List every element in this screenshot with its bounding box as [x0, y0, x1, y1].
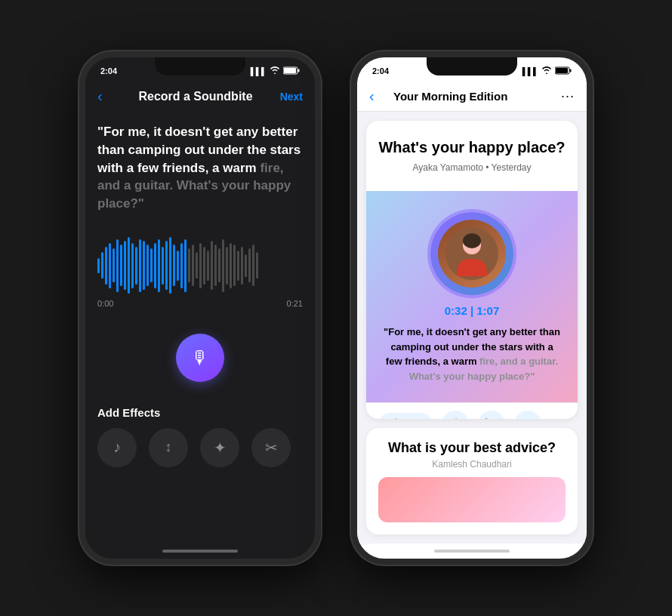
thumbs-up-filled-icon: 👍 — [387, 417, 402, 420]
wave-bar — [154, 243, 156, 288]
battery-icon-1 — [283, 66, 300, 76]
card-2-strip — [378, 477, 566, 522]
waveform-container: 0:00 0:21 — [97, 236, 303, 308]
wave-bar — [203, 247, 205, 285]
nav-title-2: Your Morning Edition — [393, 90, 561, 103]
wave-bar — [173, 245, 175, 286]
home-indicator-2 — [357, 544, 587, 559]
wave-bar — [146, 245, 149, 286]
back-button-1[interactable]: ‹ — [97, 88, 119, 105]
wave-bar — [237, 251, 239, 281]
wave-bar — [248, 248, 251, 282]
nav-bar-2: ‹ Your Morning Edition ··· — [357, 82, 587, 112]
card-1-time: Yesterday — [492, 162, 532, 173]
wave-bar — [256, 252, 258, 279]
svg-rect-5 — [556, 68, 568, 73]
wave-bar — [97, 258, 100, 273]
card-2-meta: Kamlesh Chaudhari — [378, 459, 566, 470]
wave-bar — [245, 254, 247, 277]
card-1-separator: • — [486, 162, 491, 173]
wave-bar — [230, 243, 232, 288]
record-btn-container: 🎙 — [97, 334, 303, 382]
wave-bar — [207, 251, 209, 281]
wave-bar — [139, 239, 141, 292]
wave-bar — [218, 248, 220, 282]
status-icons-2: ▌▌▌ — [522, 66, 572, 76]
wave-bar — [162, 247, 164, 285]
card-1: What's your happy place? Ayaka Yamamoto … — [366, 121, 578, 419]
like-button[interactable]: 👍 225 — [378, 413, 433, 420]
svg-rect-4 — [570, 69, 572, 72]
signal-icon-1: ▌▌▌ — [251, 67, 267, 75]
magic-icon: ✦ — [214, 439, 227, 457]
effect-voice-button[interactable]: ↕ — [149, 428, 188, 467]
avatar — [438, 220, 506, 288]
wave-bar — [169, 237, 171, 294]
wave-bar — [131, 243, 134, 288]
wave-bar — [211, 241, 213, 290]
share-button[interactable]: ↗ — [514, 411, 541, 419]
bookmark-button[interactable]: 🔖 — [478, 411, 505, 419]
status-bar-2: 2:04 ▌▌▌ — [357, 57, 587, 82]
bookmark-icon: 🔖 — [484, 417, 499, 420]
phone-2: 2:04 ▌▌▌ ‹ Your Morning Edition — [351, 51, 593, 565]
wave-bar — [143, 241, 145, 290]
nav-bar-1: ‹ Record a Soundbite Next — [85, 82, 315, 111]
svg-rect-2 — [284, 68, 296, 73]
record-button[interactable]: 🎙 — [176, 334, 224, 382]
card-2-question: What is your best advice? — [378, 440, 566, 456]
time-2: 2:04 — [372, 66, 389, 75]
next-button-1[interactable]: Next — [273, 91, 303, 103]
effect-music-button[interactable]: ♪ — [97, 428, 137, 467]
wave-bar — [241, 247, 243, 285]
back-button-2[interactable]: ‹ — [369, 88, 390, 105]
wave-bar — [226, 247, 228, 285]
wave-bar — [158, 239, 160, 292]
card-inner-top: What's your happy place? Ayaka Yamamoto … — [366, 121, 578, 191]
thumbs-up-button[interactable]: 👍 — [442, 411, 469, 419]
effect-cut-button[interactable]: ✂ — [251, 428, 291, 467]
share-icon: ↗ — [522, 417, 532, 420]
status-bar-1: 2:04 ▌▌▌ — [85, 57, 315, 82]
phone-1: 2:04 ▌▌▌ ‹ Record a Soundbite Ne — [79, 51, 321, 565]
wave-bar — [135, 247, 137, 285]
wave-bar — [180, 243, 183, 288]
wave-bar — [165, 241, 168, 290]
card-1-meta: Ayaka Yamamoto • Yesterday — [378, 162, 566, 173]
cut-icon: ✂ — [265, 439, 278, 457]
signal-icon-2: ▌▌▌ — [522, 67, 538, 75]
wave-bar — [188, 248, 190, 282]
time-start: 0:00 — [97, 299, 113, 308]
wave-bar — [222, 239, 224, 292]
more-options-button[interactable]: ··· — [561, 88, 575, 104]
wave-bar — [233, 245, 236, 286]
svg-rect-1 — [298, 69, 300, 72]
effects-row: ♪ ↕ ✦ ✂ — [97, 428, 303, 467]
card-1-author: Ayaka Yamamoto — [413, 162, 483, 173]
waveform-times: 0:00 0:21 — [97, 299, 303, 308]
wave-bar — [196, 252, 198, 279]
prompt-text: "For me, it doesn't get any better than … — [97, 123, 303, 213]
voice-icon: ↕ — [165, 439, 172, 455]
wave-bar — [192, 245, 194, 286]
wave-bar — [128, 237, 130, 294]
home-bar-1 — [162, 550, 238, 553]
wave-bar — [113, 248, 115, 282]
avatar-container — [430, 212, 513, 295]
battery-icon-2 — [555, 66, 572, 76]
effects-section: Add Effects ♪ ↕ ✦ ✂ — [97, 406, 303, 467]
card-actions: 👍 225 👍 🔖 ↗ — [366, 402, 578, 419]
effect-magic-button[interactable]: ✦ — [200, 428, 239, 467]
wave-bar — [116, 239, 119, 292]
nav-title-1: Record a Soundbite — [119, 90, 273, 103]
wifi-icon-2 — [541, 66, 552, 75]
audio-time: 0:32 | 1:07 — [445, 304, 500, 317]
wave-bar — [150, 248, 153, 282]
status-icons-1: ▌▌▌ — [251, 66, 300, 76]
mic-icon: 🎙 — [191, 347, 209, 368]
wave-bar — [105, 247, 107, 285]
wave-bar — [252, 245, 254, 286]
card-2: What is your best advice? Kamlesh Chaudh… — [366, 428, 578, 534]
waveform — [97, 236, 303, 296]
wave-bar — [124, 241, 126, 290]
